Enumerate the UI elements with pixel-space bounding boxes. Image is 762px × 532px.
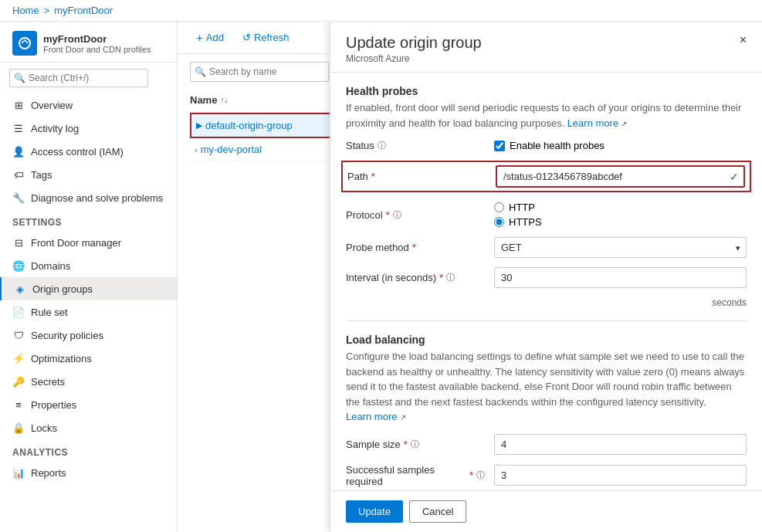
section-divider	[346, 320, 747, 321]
person-icon: 👤	[12, 145, 25, 158]
add-icon: +	[196, 31, 203, 44]
sample-size-label: Sample size * ⓘ	[346, 439, 485, 450]
path-input[interactable]	[496, 165, 745, 188]
sidebar-item-label: Reports	[31, 467, 66, 479]
sidebar-resource-subtitle: Front Door and CDN profiles	[43, 45, 151, 54]
report-icon: 📊	[12, 466, 25, 479]
path-required: *	[371, 171, 375, 182]
http-option[interactable]: HTTP	[494, 202, 747, 213]
sidebar-item-reports[interactable]: 📊 Reports	[0, 461, 177, 484]
chevron-right-icon: ›	[195, 145, 198, 154]
refresh-button[interactable]: ↺ Refresh	[236, 29, 296, 46]
protocol-info-icon[interactable]: ⓘ	[393, 209, 401, 221]
sidebar-header: myFrontDoor Front Door and CDN profiles	[0, 22, 177, 63]
load-balancing-learn-more-link[interactable]: Learn more	[346, 411, 397, 422]
interval-unit-label: seconds	[346, 297, 747, 308]
sample-size-row: Sample size * ⓘ	[346, 434, 747, 455]
path-check-icon: ✓	[730, 171, 739, 183]
breadcrumb-home[interactable]: Home	[12, 5, 39, 16]
sidebar-title-group: myFrontDoor Front Door and CDN profiles	[43, 33, 151, 54]
chevron-right-icon: ▶	[196, 120, 202, 130]
sidebar-item-tags[interactable]: 🏷 Tags	[0, 163, 177, 186]
sidebar-item-label: Diagnose and solve problems	[31, 192, 163, 204]
settings-section-label: Settings	[0, 209, 177, 231]
update-button[interactable]: Update	[346, 500, 403, 523]
sidebar-item-origin-groups[interactable]: ◈ Origin groups	[0, 277, 177, 300]
probe-method-required: *	[412, 242, 416, 253]
successful-samples-input[interactable]	[494, 465, 747, 486]
sidebar-nav: ⊞ Overview ☰ Activity log 👤 Access contr…	[0, 93, 177, 532]
breadcrumb: Home > myFrontDoor	[0, 0, 762, 22]
item-name: my-dev-portal	[201, 144, 262, 155]
sidebar-item-label: Origin groups	[32, 283, 93, 295]
resource-icon	[12, 31, 37, 56]
sample-size-input[interactable]	[494, 434, 747, 455]
successful-samples-info-icon[interactable]: ⓘ	[476, 469, 485, 481]
sample-size-required: *	[404, 439, 408, 450]
successful-samples-row: Successful samples required * ⓘ	[346, 464, 747, 487]
enable-health-probes-control: Enable health probes	[494, 140, 747, 151]
sidebar-item-properties[interactable]: ≡ Properties	[0, 393, 177, 416]
item-name: default-origin-group	[205, 120, 293, 131]
sidebar-item-overview[interactable]: ⊞ Overview	[0, 93, 177, 117]
cancel-button[interactable]: Cancel	[409, 500, 466, 523]
interval-info-icon[interactable]: ⓘ	[446, 272, 455, 283]
list-icon: ☰	[12, 122, 25, 134]
sidebar-item-access-control[interactable]: 👤 Access control (IAM)	[0, 140, 177, 163]
https-radio[interactable]	[494, 217, 504, 227]
layers-icon: ⊟	[12, 236, 25, 249]
breadcrumb-resource[interactable]: myFrontDoor	[54, 5, 113, 16]
sample-size-control	[494, 434, 747, 455]
sidebar-item-label: Activity log	[31, 123, 79, 134]
add-label: Add	[206, 32, 224, 43]
col-name-header: Name	[190, 94, 217, 106]
enable-health-probes-checkbox[interactable]	[494, 141, 505, 151]
sidebar-item-rule-set[interactable]: 📄 Rule set	[0, 300, 177, 324]
external-link-icon: ↗	[621, 120, 627, 128]
sidebar-item-locks[interactable]: 🔒 Locks	[0, 416, 177, 439]
status-info-icon[interactable]: ⓘ	[378, 140, 386, 151]
refresh-label: Refresh	[254, 32, 290, 43]
optimize-icon: ⚡	[12, 352, 25, 364]
add-button[interactable]: + Add	[190, 28, 230, 47]
sidebar-item-label: Secrets	[31, 376, 65, 388]
probe-method-row: Probe method * GET HEAD ▾	[346, 237, 747, 258]
content-area: + Add ↺ Refresh 🔍 Name ↑↓ ▶	[178, 22, 762, 532]
sidebar-item-secrets[interactable]: 🔑 Secrets	[0, 370, 177, 393]
list-search-input[interactable]	[190, 62, 329, 82]
sidebar-item-diagnose[interactable]: 🔧 Diagnose and solve problems	[0, 186, 177, 209]
status-label: Status ⓘ	[346, 140, 485, 151]
interval-input[interactable]	[494, 267, 747, 288]
sidebar-item-security-policies[interactable]: 🛡 Security policies	[0, 324, 177, 347]
probe-method-select[interactable]: GET HEAD	[494, 237, 747, 258]
http-radio[interactable]	[494, 202, 504, 212]
refresh-icon: ↺	[242, 32, 251, 43]
sidebar-search-input[interactable]	[9, 69, 148, 87]
key-icon: 🔑	[12, 375, 25, 388]
probe-method-control: GET HEAD ▾	[494, 237, 747, 258]
sidebar-item-frontdoor-manager[interactable]: ⊟ Front Door manager	[0, 231, 177, 254]
grid-icon: ⊞	[12, 99, 25, 111]
interval-control	[494, 267, 747, 288]
sidebar-item-label: Locks	[31, 422, 57, 434]
panel-close-button[interactable]: ×	[740, 34, 747, 46]
sidebar-item-label: Front Door manager	[31, 237, 121, 249]
https-option[interactable]: HTTPS	[494, 216, 747, 228]
shield-icon: 🛡	[12, 329, 25, 341]
sidebar-item-domains[interactable]: 🌐 Domains	[0, 254, 177, 277]
interval-label: Interval (in seconds) * ⓘ	[346, 272, 485, 283]
load-balancing-desc: Configure the load balancing settings to…	[346, 349, 747, 425]
https-label: HTTPS	[509, 216, 542, 228]
protocol-control: HTTP HTTPS	[494, 202, 747, 228]
successful-samples-control	[494, 465, 747, 486]
sample-size-info-icon[interactable]: ⓘ	[411, 439, 419, 450]
sidebar-item-label: Optimizations	[31, 353, 92, 364]
health-probes-learn-more-link[interactable]: Learn more	[567, 117, 618, 129]
panel-subtitle: Microsoft Azure	[346, 53, 482, 64]
sidebar-item-activity-log[interactable]: ☰ Activity log	[0, 117, 177, 140]
sidebar-item-label: Properties	[31, 399, 76, 411]
sidebar-item-optimizations[interactable]: ⚡ Optimizations	[0, 347, 177, 370]
sidebar-item-label: Overview	[31, 100, 73, 111]
sidebar-search-wrap: 🔍	[0, 63, 177, 93]
props-icon: ≡	[12, 398, 25, 411]
